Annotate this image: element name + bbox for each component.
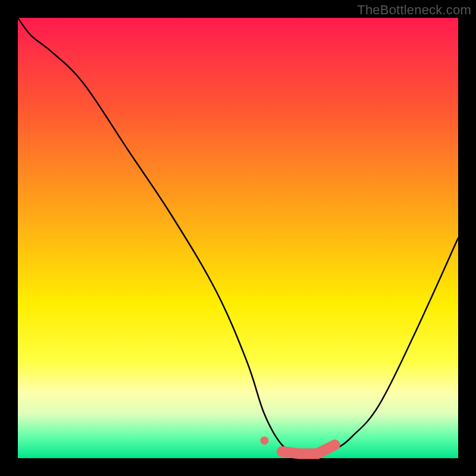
marker-band	[282, 445, 335, 454]
watermark-text: TheBottleneck.com	[357, 2, 471, 18]
chart-svg	[18, 18, 458, 458]
marker-dot	[260, 436, 268, 444]
chart-container: TheBottleneck.com	[0, 0, 476, 476]
bottleneck-curve	[18, 18, 458, 455]
optimal-range-markers	[260, 436, 334, 453]
plot-area	[18, 18, 458, 458]
